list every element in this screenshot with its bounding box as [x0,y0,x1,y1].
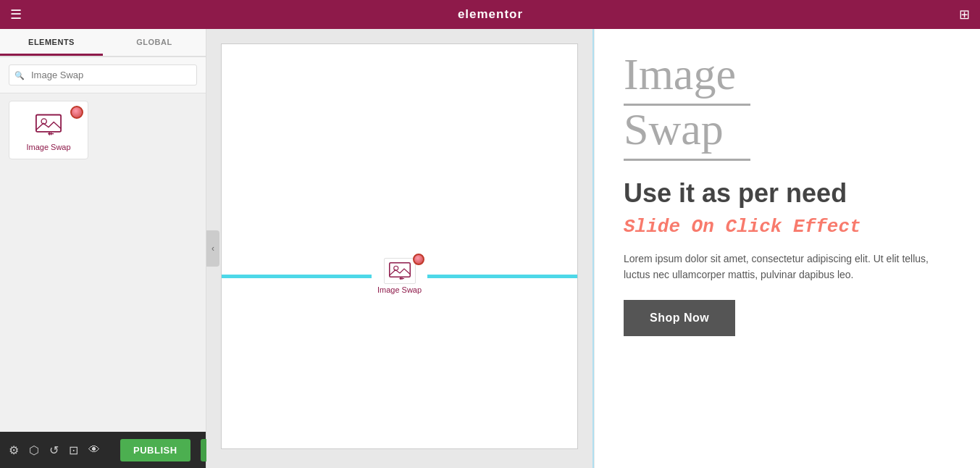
rp-title-line2: Swap [624,106,955,153]
canvas-content: Image Swap [206,29,592,468]
drop-line-left [222,275,372,278]
search-input[interactable] [9,64,197,85]
shop-now-button[interactable]: Shop Now [624,300,735,336]
grid-icon[interactable]: ⊞ [959,7,970,22]
collapse-handle[interactable]: ‹ [206,230,219,267]
rp-heading: Use it as per need [624,178,955,208]
image-swap-icon [34,112,63,137]
settings-icon[interactable]: ⚙ [9,443,19,457]
sidebar-tabs: ELEMENTS GLOBAL [0,29,206,57]
svg-rect-0 [36,114,61,131]
rp-title-line1: Image [624,51,955,98]
tab-global[interactable]: GLOBAL [103,29,206,56]
svg-point-5 [393,266,398,270]
rp-subheading: Slide On Click Effect [624,216,955,238]
hamburger-icon[interactable]: ☰ [10,7,22,22]
tab-elements[interactable]: ELEMENTS [0,29,103,56]
rp-body: Lorem ipsum dolor sit amet, consectetur … [624,251,955,283]
canvas-area: ‹ [206,29,592,468]
main-layout: ELEMENTS GLOBAL [0,29,980,468]
drop-widget-icon [384,258,416,284]
responsive-icon[interactable]: ⊡ [69,443,78,457]
svg-rect-4 [389,263,410,277]
widget-card-image-swap[interactable]: Image Swap [9,101,88,159]
eye-icon[interactable]: 👁 [88,443,100,456]
layers-icon[interactable]: ⬡ [29,443,39,457]
drop-widget-label: Image Swap [377,285,422,294]
sidebar-content: Image Swap [0,93,206,432]
top-bar: ☰ elementor ⊞ [0,0,980,29]
rp-title-underline2 [624,159,750,161]
widget-card-label: Image Swap [26,143,70,151]
drop-widget-badge [413,254,424,265]
search-wrapper [9,64,197,85]
app-title: elementor [458,7,523,22]
bottom-toolbar: ⚙ ⬡ ↺ ⊡ 👁 PUBLISH ▾ [0,432,206,468]
sidebar: ELEMENTS GLOBAL [0,29,206,468]
publish-button[interactable]: PUBLISH [120,439,190,461]
history-icon[interactable]: ↺ [49,443,59,457]
drop-line-right [427,275,577,278]
widget-badge [70,106,83,119]
canvas-page: Image Swap [221,43,578,449]
right-panel: Image Swap Use it as per need Slide On C… [594,29,980,468]
sidebar-search-container [0,57,206,93]
svg-point-1 [41,118,46,123]
drop-widget-box[interactable]: Image Swap [372,258,427,294]
drop-zone-row: Image Swap [222,258,577,294]
